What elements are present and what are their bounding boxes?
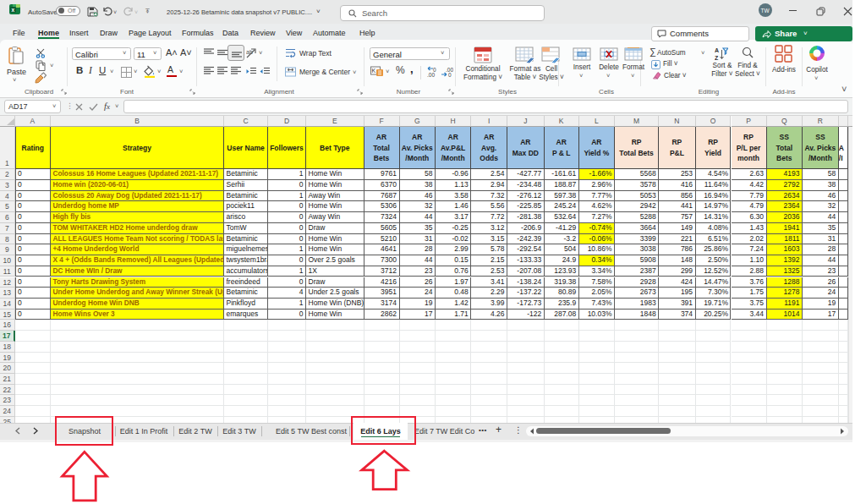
svg-text:Z: Z: [715, 55, 719, 61]
svg-text:K: K: [372, 68, 376, 74]
svg-text:A: A: [715, 47, 719, 53]
svg-text:.00: .00: [427, 72, 435, 78]
svg-text:x: x: [12, 7, 15, 13]
svg-text:ab: ab: [246, 49, 253, 55]
svg-text:0: 0: [448, 72, 452, 78]
